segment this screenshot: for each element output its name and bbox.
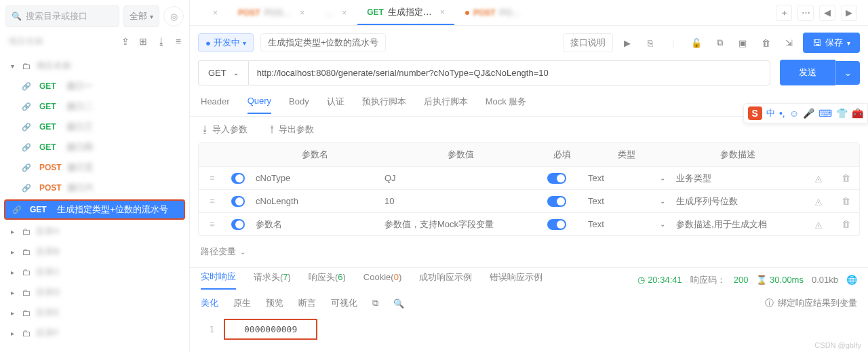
param-value-input[interactable]: 10 — [379, 196, 542, 206]
tree-folder[interactable]: ▸🗀目录F — [0, 323, 189, 343]
tab[interactable]: POSTPO… — [456, 0, 530, 25]
share-icon[interactable]: ⇪ — [121, 36, 130, 47]
drag-handle-icon[interactable]: ≡ — [199, 173, 226, 183]
tab[interactable]: POSTPOS…× — [229, 0, 314, 25]
tree-folder[interactable]: ▸🗀目录E — [0, 302, 189, 323]
tree-item[interactable]: ▾🔗GET接口一 — [0, 76, 189, 96]
method-select[interactable]: GET⌄ — [198, 60, 248, 85]
tree-item[interactable]: ▾🔗POST接口六 — [0, 178, 189, 198]
param-name-input[interactable]: cNoLength — [250, 196, 379, 206]
run-icon[interactable]: ▶ — [620, 38, 635, 48]
close-icon[interactable]: × — [213, 8, 218, 18]
param-name-input[interactable]: 参数名 — [250, 218, 379, 231]
doc-icon[interactable]: ⎘ — [643, 38, 658, 48]
export-params-button[interactable]: ⭱ 导出参数 — [268, 123, 315, 136]
tree-folder[interactable]: ▸🗀目录A — [0, 221, 189, 241]
ime-punct-icon[interactable]: •, — [779, 108, 785, 119]
tab-response-headers[interactable]: 响应头(6) — [309, 271, 346, 289]
drag-handle-icon[interactable]: ≡ — [199, 196, 226, 206]
locate-icon[interactable]: ◎ — [163, 6, 184, 26]
search-response-icon[interactable]: 🔍 — [393, 298, 404, 309]
tree-item-active[interactable]: 🔗GET生成指定类型+位数的流水号 — [4, 199, 185, 220]
new-tab-button[interactable]: ＋ — [776, 5, 792, 21]
tree-folder[interactable]: ▸🗀目录D — [0, 282, 189, 302]
enable-toggle[interactable] — [231, 173, 245, 184]
tree-root[interactable]: ▾ 🗀 项目名称 — [0, 56, 189, 76]
enable-toggle[interactable] — [231, 219, 245, 230]
param-type-select[interactable]: Text⌄ — [583, 173, 671, 183]
tab-cookie[interactable]: Cookie(0) — [363, 272, 401, 288]
tab-body[interactable]: Body — [289, 96, 309, 113]
api-desc-input[interactable]: 接口说明 — [563, 33, 613, 52]
cube-icon[interactable]: ◬ — [805, 173, 832, 183]
required-toggle[interactable] — [547, 173, 566, 184]
close-icon[interactable]: × — [440, 7, 445, 17]
param-type-select[interactable]: Text⌄ — [583, 219, 671, 229]
tab-realtime[interactable]: 实时响应 — [201, 271, 236, 290]
globe-icon[interactable]: 🌐 — [846, 275, 857, 285]
tab-success-example[interactable]: 成功响应示例 — [419, 271, 472, 289]
view-preview[interactable]: 预览 — [266, 297, 283, 309]
list-icon[interactable]: ≡ — [176, 36, 181, 47]
copy-icon[interactable]: ⧉ — [712, 37, 727, 48]
search-input[interactable]: 🔍 搜索目录或接口 — [5, 5, 119, 27]
ime-lang[interactable]: 中 — [766, 107, 775, 119]
help-icon[interactable]: ⓘ — [765, 297, 774, 309]
view-raw[interactable]: 原生 — [233, 297, 251, 309]
tab-pre-script[interactable]: 预执行脚本 — [362, 96, 406, 115]
ime-voice-icon[interactable]: 🎤 — [803, 108, 814, 119]
tab-query[interactable]: Query — [248, 96, 271, 114]
ime-toolbar[interactable]: S 中 •, ☺ 🎤 ⌨ 👕 🧰 — [743, 103, 868, 123]
next-button[interactable]: ▶ — [841, 5, 857, 21]
delete-row-icon[interactable]: 🗑 — [832, 173, 859, 183]
param-type-select[interactable]: Text⌄ — [583, 196, 671, 206]
copy-response-icon[interactable]: ⧉ — [372, 298, 378, 309]
close-icon[interactable]: × — [300, 8, 304, 18]
required-toggle[interactable] — [547, 196, 566, 207]
bind-result-link[interactable]: 绑定响应结果到变量 — [778, 297, 857, 309]
tree-folder[interactable]: ▸🗀目录C — [0, 262, 189, 282]
tab-post-script[interactable]: 后执行脚本 — [424, 96, 468, 115]
tree-item[interactable]: ▾🔗GET接口三 — [0, 117, 189, 137]
status-badge[interactable]: ●开发中▾ — [198, 33, 254, 52]
close-icon[interactable]: × — [342, 8, 347, 18]
tab[interactable]: × — [195, 0, 227, 25]
download-icon[interactable]: ⭳ — [157, 36, 166, 47]
api-name-input[interactable]: 生成指定类型+位数的流水号 — [260, 33, 387, 52]
view-pretty[interactable]: 美化 — [201, 297, 218, 309]
tab-mock[interactable]: Mock 服务 — [486, 96, 527, 115]
filter-select[interactable]: 全部 ▾ — [123, 5, 159, 27]
tab-error-example[interactable]: 错误响应示例 — [490, 271, 542, 289]
more-button[interactable]: ⋯ — [797, 5, 814, 21]
cube-icon[interactable]: ◬ — [805, 196, 832, 206]
prev-button[interactable]: ◀ — [819, 5, 835, 21]
ime-keyboard-icon[interactable]: ⌨ — [818, 108, 832, 119]
tab-request-headers[interactable]: 请求头(7) — [254, 271, 291, 289]
param-value-input[interactable]: QJ — [379, 173, 542, 183]
send-button[interactable]: 发送 — [780, 60, 835, 85]
tab-header[interactable]: Header — [201, 96, 230, 113]
tab-auth[interactable]: 认证 — [327, 96, 344, 115]
delete-row-icon[interactable]: 🗑 — [832, 219, 859, 229]
tab[interactable]: …× — [315, 0, 356, 25]
view-visual[interactable]: 可视化 — [331, 297, 357, 309]
ime-skin-icon[interactable]: 👕 — [836, 108, 848, 119]
drag-handle-icon[interactable]: ≡ — [199, 219, 226, 229]
url-input[interactable]: http://localhost:8080/generate/serial/nu… — [248, 60, 770, 85]
param-desc-input[interactable]: 参数描述,用于生成文档 — [671, 218, 805, 231]
tab-active[interactable]: GET生成指定…× — [357, 0, 454, 25]
send-dropdown[interactable]: ⌄ — [835, 61, 860, 85]
lock-icon[interactable]: 🔓 — [689, 38, 704, 48]
view-assert[interactable]: 断言 — [298, 297, 316, 309]
enable-toggle[interactable] — [231, 196, 245, 207]
required-toggle[interactable] — [547, 219, 566, 230]
ime-tool-icon[interactable]: 🧰 — [852, 108, 863, 119]
tree-folder[interactable]: ▸🗀目录B — [0, 241, 189, 262]
ime-emoji-icon[interactable]: ☺ — [789, 108, 799, 119]
delete-row-icon[interactable]: 🗑 — [832, 196, 859, 206]
delete-icon[interactable]: 🗑 — [758, 38, 773, 48]
new-folder-icon[interactable]: ⊞ — [139, 36, 147, 47]
cube-icon[interactable]: ◬ — [805, 219, 832, 229]
export-icon[interactable]: ⇲ — [781, 38, 796, 48]
save-button[interactable]: 🖫保存▾ — [803, 33, 860, 53]
